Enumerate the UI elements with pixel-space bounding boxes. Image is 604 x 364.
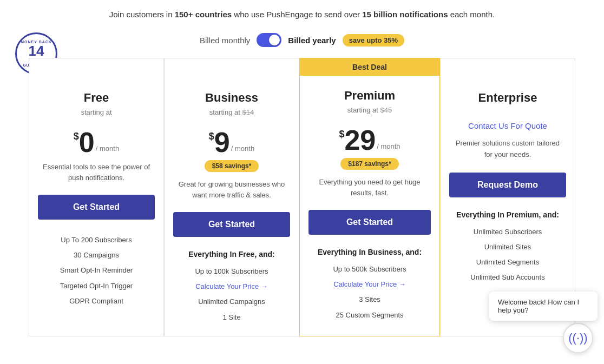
chat-icon: ((·)) xyxy=(568,331,587,345)
plan-header-enterprise: Enterprise xyxy=(441,78,575,110)
plan-description-free: Essential tools to see the power of push… xyxy=(29,158,163,190)
features-heading-enterprise: Everything In Premium, and: xyxy=(451,210,564,219)
feature-premium-2: 25 Custom Segments xyxy=(311,308,429,323)
feature-free-2: Smart Opt-In Reminder xyxy=(40,263,153,278)
feature-premium-1: 3 Sites xyxy=(311,292,429,307)
plan-features-business: Everything In Free, and: Up to 100k Subs… xyxy=(165,244,299,325)
plan-price-premium: $ 29 / month xyxy=(300,126,439,154)
best-deal-banner: Best Deal xyxy=(300,58,439,76)
plan-card-business: Business starting at $14 $ 9 / month $58… xyxy=(164,58,299,336)
plan-price-free: $ 0 / month xyxy=(29,128,163,156)
feature-free-3: Targeted Opt-In Trigger xyxy=(40,279,153,294)
plan-name-enterprise: Enterprise xyxy=(449,91,566,105)
savings-pill-business: $58 savings* xyxy=(165,161,299,170)
plan-name-premium: Premium xyxy=(308,89,431,103)
original-price-premium: $45 xyxy=(380,106,392,114)
banner-text-2: who use PushEngage to send over xyxy=(232,10,362,19)
currency-premium: $ xyxy=(339,129,344,139)
banner-bold-1: 150+ countries xyxy=(175,10,232,19)
savings-text-premium: $187 savings* xyxy=(340,158,398,170)
billing-toggle-container: Billed monthly Billed yearly save upto 3… xyxy=(0,27,604,58)
savings-pill-premium: $187 savings* xyxy=(300,158,439,168)
feature-enterprise-1: Unlimited Sites xyxy=(451,240,564,255)
starting-text-premium: starting at xyxy=(347,106,378,114)
features-heading-business: Everything In Free, and: xyxy=(175,250,288,259)
amount-business: 9 xyxy=(214,128,230,156)
chat-bubble[interactable]: ((·)) xyxy=(563,323,593,353)
original-price-business: $14 xyxy=(242,108,254,116)
feature-free-4: GDPR Compliant xyxy=(40,294,153,309)
plan-description-premium: Everything you need to get huge results,… xyxy=(300,174,439,206)
feature-business-1: Unlimited Campaigns xyxy=(175,294,288,309)
feature-enterprise-3: Unlimited Sub Accounts xyxy=(451,270,564,285)
plan-name-free: Free xyxy=(38,91,155,105)
cta-button-business[interactable]: Get Started xyxy=(173,212,290,237)
plan-starting-premium: starting at $45 xyxy=(308,106,431,114)
chat-tooltip-text: Welcome back! How can I help you? xyxy=(498,298,579,314)
feature-enterprise-0: Unlimited Subscribers xyxy=(451,224,564,240)
billing-toggle[interactable] xyxy=(257,33,281,47)
plan-description-business: Great for growing businesses who want mo… xyxy=(165,176,299,208)
plan-header-free: Free starting at xyxy=(29,78,163,122)
cta-button-free[interactable]: Get Started xyxy=(38,195,155,220)
starting-text-business: starting at xyxy=(209,108,240,116)
billing-monthly-label: Billed monthly xyxy=(200,36,250,45)
plan-features-enterprise: Everything In Premium, and: Unlimited Su… xyxy=(441,205,575,286)
currency-free: $ xyxy=(74,131,79,141)
period-premium: / month xyxy=(377,143,400,150)
plan-price-business: $ 9 / month xyxy=(165,128,299,156)
plan-name-business: Business xyxy=(173,91,290,105)
features-heading-premium: Everything In Business, and: xyxy=(311,248,429,256)
feature-free-0: Up To 200 Subscribers xyxy=(40,233,153,248)
plan-header-business: Business starting at $14 xyxy=(165,78,299,122)
banner-bold-2: 15 billion notifications xyxy=(362,10,448,19)
feature-free-1: 30 Campaigns xyxy=(40,248,153,263)
billing-yearly-label: Billed yearly xyxy=(288,36,336,45)
banner-text-3: each month. xyxy=(448,10,495,19)
cta-button-premium[interactable]: Get Started xyxy=(308,210,431,235)
plan-description-enterprise: Premier solutions custom tailored for yo… xyxy=(441,135,575,168)
period-business: / month xyxy=(231,145,254,152)
calculate-price-business[interactable]: Calculate Your Price → xyxy=(175,279,288,294)
starting-text-free: starting at xyxy=(81,108,111,116)
badge-number: 14 xyxy=(29,44,44,58)
plan-starting-free: starting at xyxy=(38,108,155,116)
currency-business: $ xyxy=(209,131,214,141)
feature-business-2: 1 Site xyxy=(175,310,288,325)
feature-premium-0: Up to 500k Subscribers xyxy=(311,262,429,277)
plan-starting-business: starting at $14 xyxy=(173,108,290,116)
plan-card-premium: Best Deal Premium starting at $45 $ 29 /… xyxy=(299,58,440,336)
top-banner: Join customers in 150+ countries who use… xyxy=(0,0,604,27)
plan-header-premium: Premium starting at $45 xyxy=(300,76,439,120)
amount-premium: 29 xyxy=(344,126,376,154)
amount-free: 0 xyxy=(79,128,95,156)
calculate-price-premium[interactable]: Calculate Your Price → xyxy=(311,277,429,292)
plan-card-free: Free starting at $ 0 / month Essential t… xyxy=(29,58,164,336)
chat-tooltip: Welcome back! How can I help you? xyxy=(489,292,598,321)
contact-us-link[interactable]: Contact Us For Quote xyxy=(441,110,575,135)
banner-text-1: Join customers in xyxy=(109,10,175,19)
feature-enterprise-2: Unlimited Segments xyxy=(451,255,564,270)
plan-features-premium: Everything In Business, and: Up to 500k … xyxy=(300,242,439,323)
period-free: / month xyxy=(96,145,119,152)
savings-text-business: $58 savings* xyxy=(205,160,259,172)
cta-button-enterprise[interactable]: Request Demo xyxy=(449,173,566,197)
feature-business-0: Up to 100k Subscribers xyxy=(175,264,288,279)
save-badge: save upto 35% xyxy=(343,34,404,47)
toggle-knob xyxy=(269,35,280,45)
plan-features-free: Up To 200 Subscribers 30 Campaigns Smart… xyxy=(29,227,163,309)
